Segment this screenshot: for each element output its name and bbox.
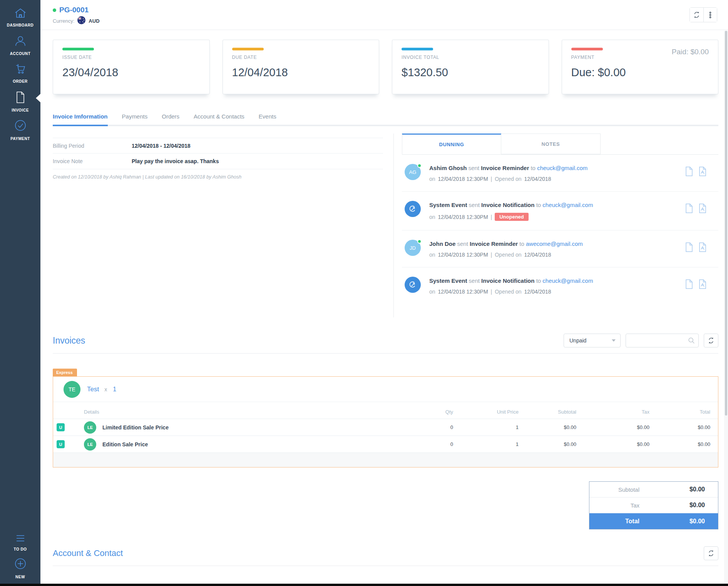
- event-email-link[interactable]: cheuck@gmail.com: [542, 277, 593, 284]
- inline-edit-field[interactable]: [152, 439, 179, 449]
- sidebar-item-invoice[interactable]: INVOICE: [0, 87, 40, 115]
- invoices-divider: [53, 353, 718, 354]
- item-tax: $0.00: [584, 424, 657, 430]
- event-actions: [685, 277, 707, 291]
- event-actor: System Event: [429, 277, 467, 284]
- info-dunning-split: Billing Period 12/04/2018 - 12/04/2018 I…: [53, 134, 718, 317]
- item-subtotal: $0.00: [526, 441, 584, 447]
- document-icon[interactable]: [685, 166, 693, 178]
- invoices-controls: Unpaid: [564, 334, 718, 347]
- avatar: JD: [405, 240, 421, 256]
- table-row[interactable]: U LE Edition Sale Price 0 1 $0.00 $0.00 …: [53, 436, 718, 453]
- billing-period-value: 12/04/2018 - 12/04/2018: [132, 143, 191, 149]
- tab-orders[interactable]: Orders: [162, 113, 179, 125]
- event-email-link[interactable]: awecome@gmail.com: [526, 240, 583, 247]
- tab-notes[interactable]: NOTES: [501, 134, 601, 154]
- active-item-notch: [36, 94, 40, 102]
- more-menu-button[interactable]: [703, 8, 717, 22]
- express-invoice-group: Express TE Test x 1 Details Qty Unit Pri…: [53, 369, 718, 467]
- group-count[interactable]: 1: [113, 386, 116, 393]
- dunning-event-row: JD John Doe sent Invoice Reminder to awe…: [402, 230, 718, 267]
- search-input[interactable]: [629, 338, 688, 344]
- invoice-card: TE Test x 1 Details Qty Unit Price Subto…: [53, 376, 718, 467]
- card-accent-bar: [571, 48, 603, 50]
- item-unit-price: 1: [461, 441, 526, 447]
- event-actor: Ashim Ghosh: [429, 165, 467, 171]
- subtotal-row: Subtotal $0.00: [589, 482, 718, 498]
- avatar: TE: [64, 381, 80, 398]
- avatar: AG: [405, 164, 421, 180]
- total-label: Total: [589, 518, 639, 525]
- refresh-button[interactable]: [690, 8, 703, 22]
- event-datetime: 12/04/2018 12:30PM: [438, 214, 488, 220]
- sidebar-item-new[interactable]: NEW: [0, 555, 40, 581]
- invoices-refresh-button[interactable]: [704, 334, 718, 347]
- event-opened-date: 12/04/2018: [524, 289, 551, 295]
- invoice-total-card: INVOICE TOTAL $1320.50: [392, 40, 549, 94]
- account-contact-title: Account & Contact: [53, 548, 123, 558]
- sidebar-item-label: INVOICE: [12, 108, 29, 112]
- document-icon[interactable]: [685, 242, 693, 254]
- event-email-link[interactable]: cheuck@gmail.com: [542, 202, 593, 208]
- invoice-icon: [15, 91, 26, 105]
- dunning-pane: DUNNING NOTES AG Ashim Ghosh: [393, 134, 718, 317]
- invoice-note-row: Invoice Note Play pay the invoice asap. …: [53, 154, 383, 169]
- card-label: INVOICE TOTAL: [402, 55, 539, 60]
- tax-row: Tax $0.00: [589, 498, 718, 513]
- sidebar-item-label: ORDER: [13, 79, 28, 83]
- page-scrollbar: [724, 31, 728, 584]
- express-badge: Express: [53, 369, 77, 376]
- account-contact-section: Account & Contact: [53, 546, 718, 566]
- tab-events[interactable]: Events: [259, 113, 276, 125]
- card-accent-bar: [402, 48, 433, 50]
- sidebar-item-todo[interactable]: TO DO: [0, 530, 40, 555]
- dunning-tabs: DUNNING NOTES: [402, 134, 718, 155]
- card-value: 12/04/2018: [232, 66, 370, 79]
- total-value: $0.00: [639, 518, 718, 525]
- col-subtotal: Subtotal: [526, 409, 584, 415]
- event-subject: Invoice Notification: [481, 202, 534, 208]
- system-event-avatar: [405, 277, 421, 293]
- col-tax: Tax: [584, 409, 657, 415]
- pdf-icon[interactable]: [698, 279, 707, 291]
- item-unit-price: 1: [461, 424, 526, 430]
- invoice-card-footer: [53, 453, 718, 467]
- group-name-link[interactable]: Test: [87, 386, 99, 393]
- status-filter-select[interactable]: Unpaid: [564, 334, 621, 347]
- invoice-note-value: Play pay the invoice asap. Thanks: [132, 158, 219, 164]
- scrollbar-thumb[interactable]: [725, 31, 727, 416]
- account-refresh-button[interactable]: [704, 546, 718, 560]
- presence-dot: [417, 164, 422, 168]
- status-filter-value: Unpaid: [569, 337, 586, 344]
- sidebar-item-account[interactable]: ACCOUNT: [0, 31, 40, 59]
- dunning-event-body: Ashim Ghosh sent Invoice Reminder to che…: [429, 164, 587, 182]
- card-accent-bar: [232, 48, 264, 50]
- document-icon[interactable]: [685, 279, 693, 291]
- sidebar-main-nav: DASHBOARD ACCOUNT ORDER INVOICE: [0, 0, 40, 144]
- sidebar-item-order[interactable]: ORDER: [0, 59, 40, 87]
- item-total: $0.00: [657, 441, 718, 447]
- document-icon[interactable]: [685, 203, 693, 215]
- created-updated-meta: Created on 12/10/2018 by Ashiq Rahman | …: [53, 174, 383, 180]
- event-email-link[interactable]: cheuck@gmail.com: [537, 165, 587, 171]
- invoice-search-box: [626, 334, 699, 347]
- sidebar-bottom-nav: TO DO NEW: [0, 527, 40, 586]
- tab-account-contacts[interactable]: Account & Contacts: [194, 113, 244, 125]
- pdf-icon[interactable]: [698, 203, 707, 215]
- table-row[interactable]: U LE Limited Edition Sale Price 0 1 $0.0…: [53, 419, 718, 436]
- dunning-event-row: AG Ashim Ghosh sent Invoice Reminder to …: [402, 155, 718, 192]
- tab-payments[interactable]: Payments: [122, 113, 148, 125]
- pdf-icon[interactable]: [698, 242, 707, 254]
- sidebar-item-payment[interactable]: PAYMENT: [0, 115, 40, 144]
- item-tax: $0.00: [584, 441, 657, 447]
- unit-badge: U: [57, 423, 65, 431]
- sidebar-item-dashboard[interactable]: DASHBOARD: [0, 3, 40, 31]
- pdf-icon[interactable]: [698, 166, 707, 178]
- tab-dunning[interactable]: DUNNING: [402, 134, 501, 154]
- tax-label: Tax: [589, 502, 639, 509]
- currency-label: Currency:: [53, 18, 74, 24]
- sidebar-item-label: NEW: [15, 575, 25, 579]
- tab-invoice-information[interactable]: Invoice Imformation: [53, 113, 108, 125]
- event-opened-date: 12/04/2018: [524, 176, 551, 182]
- sidebar-item-label: TO DO: [14, 547, 27, 551]
